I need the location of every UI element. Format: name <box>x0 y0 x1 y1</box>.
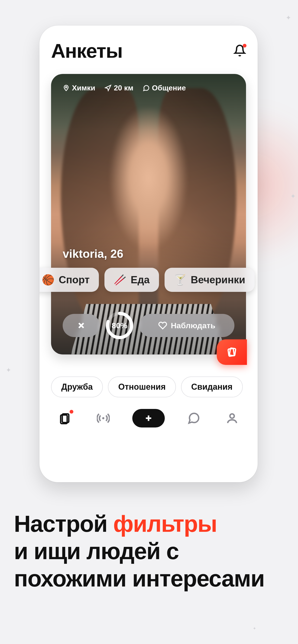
close-icon <box>77 321 86 330</box>
sparkle-decoration: ✦ <box>253 626 256 631</box>
filter-chip[interactable]: Дружба <box>51 376 103 397</box>
watch-label: Наблюдать <box>171 321 215 330</box>
card-actions: 80% Наблюдать <box>63 310 234 340</box>
filter-chip[interactable]: Отношения <box>108 376 176 397</box>
intent-chip: Общение <box>143 84 186 92</box>
nav-profile[interactable] <box>223 409 241 428</box>
tagline-part1: Настрой <box>14 511 113 537</box>
location-text: Химки <box>72 84 95 92</box>
intent-text: Общение <box>152 84 186 92</box>
tag-emoji: 🍸 <box>174 274 187 286</box>
tag-label: Еда <box>131 274 150 286</box>
chat-bubble-icon <box>187 412 200 425</box>
profile-card[interactable]: Химки 20 км Общение viktoria, 26 🏀 Спорт… <box>51 74 246 354</box>
promo-tagline: Настрой фильтры и ищи людей с похожими и… <box>14 510 284 592</box>
svg-point-0 <box>66 86 67 88</box>
tag-emoji: 🏀 <box>42 274 55 286</box>
match-percent-ring: 80% <box>104 310 135 340</box>
filter-chip[interactable]: Свидания <box>181 376 243 397</box>
bottom-nav <box>51 409 246 428</box>
match-percent-value: 80% <box>104 310 135 340</box>
chat-icon <box>143 84 150 92</box>
dismiss-button[interactable] <box>63 314 100 337</box>
page-title: Анкеты <box>51 40 122 62</box>
profile-name-age: viktoria, 26 <box>63 247 123 260</box>
cards-icon <box>226 346 238 358</box>
tag-label: Спорт <box>59 274 90 286</box>
tag-label: Вечеринки <box>191 274 245 286</box>
location-pin-icon <box>63 84 70 92</box>
sparkle-decoration: ✦ <box>290 192 296 200</box>
filter-chips-row[interactable]: Дружба Отношения Свидания О <box>51 376 246 397</box>
interest-tag[interactable]: 🥢 Еда <box>104 268 159 292</box>
distance-chip: 20 км <box>104 84 133 92</box>
navigation-icon <box>104 84 111 92</box>
nav-feed[interactable] <box>56 409 74 428</box>
phone-frame: Анкеты Химки 20 км <box>40 26 258 482</box>
interest-tags-row: 🏀 Спорт 🥢 Еда 🍸 Вечеринки <box>40 268 255 292</box>
interest-tag[interactable]: 🍸 Вечеринки <box>165 268 255 292</box>
tag-emoji: 🥢 <box>114 274 127 286</box>
notifications-button[interactable] <box>233 44 246 58</box>
nav-messages[interactable] <box>184 409 203 428</box>
nav-create-button[interactable] <box>132 409 165 428</box>
nav-radar[interactable] <box>94 409 113 428</box>
interest-tag[interactable]: 🏀 Спорт <box>40 268 99 292</box>
sparkle-decoration: ✦ <box>286 14 291 22</box>
swipe-cards-button[interactable] <box>217 340 247 365</box>
nav-badge-dot <box>70 410 73 414</box>
broadcast-icon <box>97 412 110 425</box>
app-header: Анкеты <box>51 40 246 62</box>
sparkle-decoration: ✦ <box>6 366 11 374</box>
watch-button[interactable]: Наблюдать <box>139 314 234 337</box>
distance-text: 20 км <box>114 84 133 92</box>
cards-stack-icon <box>59 412 72 425</box>
tagline-part2: и ищи людей с похожими интересами <box>14 538 264 592</box>
location-chip: Химки <box>63 84 95 92</box>
svg-point-8 <box>230 414 234 418</box>
notification-dot <box>243 44 246 48</box>
heart-icon <box>158 321 167 330</box>
user-icon <box>226 412 239 425</box>
plus-icon <box>144 414 153 423</box>
profile-meta-row: Химки 20 км Общение <box>63 84 186 92</box>
tagline-accent: фильтры <box>113 511 217 537</box>
svg-point-7 <box>102 417 104 419</box>
